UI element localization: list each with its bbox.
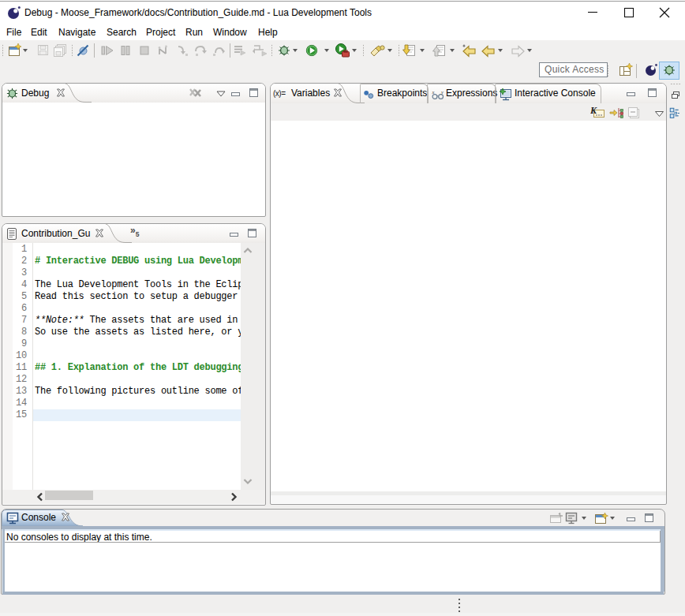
svg-text:K: K (590, 106, 597, 116)
svg-text:x: x (432, 89, 435, 95)
svg-text:y: y (440, 89, 444, 95)
